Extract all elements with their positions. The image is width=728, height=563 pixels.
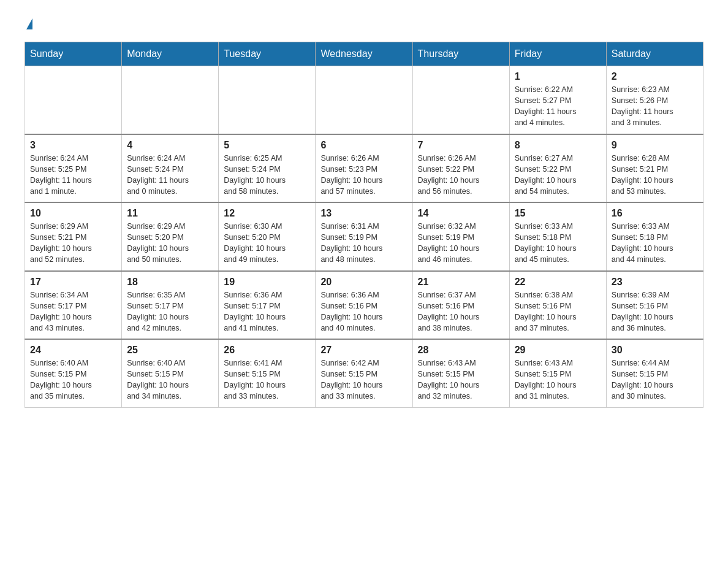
day-number: 6: [320, 140, 407, 151]
day-info: Sunrise: 6:23 AMSunset: 5:26 PMDaylight:…: [612, 84, 698, 129]
calendar-table: SundayMondayTuesdayWednesdayThursdayFrid…: [25, 42, 703, 408]
day-info: Sunrise: 6:32 AMSunset: 5:19 PMDaylight:…: [418, 221, 504, 266]
logo-triangle-icon: [26, 18, 32, 29]
calendar-cell: 22Sunrise: 6:38 AMSunset: 5:16 PMDayligh…: [509, 271, 606, 340]
day-info: Sunrise: 6:36 AMSunset: 5:17 PMDaylight:…: [224, 289, 310, 334]
day-info: Sunrise: 6:40 AMSunset: 5:15 PMDaylight:…: [127, 358, 213, 402]
calendar-cell: 14Sunrise: 6:32 AMSunset: 5:19 PMDayligh…: [412, 202, 509, 271]
day-number: 24: [30, 345, 116, 356]
day-info: Sunrise: 6:39 AMSunset: 5:16 PMDaylight:…: [612, 289, 698, 334]
day-info: Sunrise: 6:27 AMSunset: 5:22 PMDaylight:…: [515, 153, 601, 197]
weekday-header-monday: Monday: [122, 42, 219, 66]
calendar-cell: [219, 66, 316, 134]
weekday-header-tuesday: Tuesday: [219, 42, 316, 66]
day-number: 7: [418, 140, 504, 151]
day-number: 10: [30, 208, 116, 219]
calendar-week-row: 3Sunrise: 6:24 AMSunset: 5:25 PMDaylight…: [25, 134, 703, 203]
calendar-cell: 6Sunrise: 6:26 AMSunset: 5:23 PMDaylight…: [316, 134, 412, 203]
calendar-cell: 12Sunrise: 6:30 AMSunset: 5:20 PMDayligh…: [219, 202, 316, 271]
day-number: 18: [127, 277, 213, 288]
day-number: 13: [320, 208, 407, 219]
calendar-cell: 29Sunrise: 6:43 AMSunset: 5:15 PMDayligh…: [509, 339, 606, 407]
day-info: Sunrise: 6:28 AMSunset: 5:21 PMDaylight:…: [612, 153, 698, 197]
calendar-cell: [122, 66, 219, 134]
weekday-header-saturday: Saturday: [606, 42, 703, 66]
day-number: 8: [515, 140, 601, 151]
calendar-cell: 9Sunrise: 6:28 AMSunset: 5:21 PMDaylight…: [606, 134, 703, 203]
calendar-cell: 18Sunrise: 6:35 AMSunset: 5:17 PMDayligh…: [122, 271, 219, 340]
calendar-cell: 8Sunrise: 6:27 AMSunset: 5:22 PMDaylight…: [509, 134, 606, 203]
day-number: 9: [612, 140, 698, 151]
calendar-cell: [412, 66, 509, 134]
day-number: 14: [418, 208, 504, 219]
day-number: 19: [224, 277, 310, 288]
day-info: Sunrise: 6:38 AMSunset: 5:16 PMDaylight:…: [515, 289, 601, 334]
calendar-cell: 15Sunrise: 6:33 AMSunset: 5:18 PMDayligh…: [509, 202, 606, 271]
day-number: 17: [30, 277, 116, 288]
day-number: 26: [224, 345, 310, 356]
calendar-cell: 27Sunrise: 6:42 AMSunset: 5:15 PMDayligh…: [316, 339, 412, 407]
day-info: Sunrise: 6:33 AMSunset: 5:18 PMDaylight:…: [515, 221, 601, 266]
calendar-cell: 3Sunrise: 6:24 AMSunset: 5:25 PMDaylight…: [25, 134, 122, 203]
day-number: 21: [418, 277, 504, 288]
calendar-cell: 4Sunrise: 6:24 AMSunset: 5:24 PMDaylight…: [122, 134, 219, 203]
calendar-week-row: 24Sunrise: 6:40 AMSunset: 5:15 PMDayligh…: [25, 339, 703, 407]
calendar-cell: [25, 66, 122, 134]
calendar-cell: 7Sunrise: 6:26 AMSunset: 5:22 PMDaylight…: [412, 134, 509, 203]
calendar-cell: 21Sunrise: 6:37 AMSunset: 5:16 PMDayligh…: [412, 271, 509, 340]
weekday-header-row: SundayMondayTuesdayWednesdayThursdayFrid…: [25, 42, 703, 66]
logo: [25, 18, 32, 29]
page-header: [25, 18, 703, 29]
weekday-header-thursday: Thursday: [412, 42, 509, 66]
day-info: Sunrise: 6:43 AMSunset: 5:15 PMDaylight:…: [418, 358, 504, 402]
day-info: Sunrise: 6:36 AMSunset: 5:16 PMDaylight:…: [320, 289, 407, 334]
day-info: Sunrise: 6:25 AMSunset: 5:24 PMDaylight:…: [224, 153, 310, 197]
day-info: Sunrise: 6:44 AMSunset: 5:15 PMDaylight:…: [612, 358, 698, 402]
day-info: Sunrise: 6:26 AMSunset: 5:22 PMDaylight:…: [418, 153, 504, 197]
day-info: Sunrise: 6:29 AMSunset: 5:21 PMDaylight:…: [30, 221, 116, 266]
day-info: Sunrise: 6:24 AMSunset: 5:24 PMDaylight:…: [127, 153, 213, 197]
calendar-cell: 10Sunrise: 6:29 AMSunset: 5:21 PMDayligh…: [25, 202, 122, 271]
day-number: 4: [127, 140, 213, 151]
day-number: 29: [515, 345, 601, 356]
calendar-cell: 16Sunrise: 6:33 AMSunset: 5:18 PMDayligh…: [606, 202, 703, 271]
day-number: 30: [612, 345, 698, 356]
day-info: Sunrise: 6:37 AMSunset: 5:16 PMDaylight:…: [418, 289, 504, 334]
calendar-cell: 25Sunrise: 6:40 AMSunset: 5:15 PMDayligh…: [122, 339, 219, 407]
day-info: Sunrise: 6:31 AMSunset: 5:19 PMDaylight:…: [320, 221, 407, 266]
day-info: Sunrise: 6:30 AMSunset: 5:20 PMDaylight:…: [224, 221, 310, 266]
day-number: 2: [612, 71, 698, 82]
calendar-week-row: 1Sunrise: 6:22 AMSunset: 5:27 PMDaylight…: [25, 66, 703, 134]
day-number: 27: [320, 345, 407, 356]
calendar-cell: 17Sunrise: 6:34 AMSunset: 5:17 PMDayligh…: [25, 271, 122, 340]
day-info: Sunrise: 6:34 AMSunset: 5:17 PMDaylight:…: [30, 289, 116, 334]
day-info: Sunrise: 6:40 AMSunset: 5:15 PMDaylight:…: [30, 358, 116, 402]
calendar-cell: 19Sunrise: 6:36 AMSunset: 5:17 PMDayligh…: [219, 271, 316, 340]
calendar-week-row: 10Sunrise: 6:29 AMSunset: 5:21 PMDayligh…: [25, 202, 703, 271]
day-number: 20: [320, 277, 407, 288]
day-info: Sunrise: 6:26 AMSunset: 5:23 PMDaylight:…: [320, 153, 407, 197]
calendar-cell: 5Sunrise: 6:25 AMSunset: 5:24 PMDaylight…: [219, 134, 316, 203]
day-number: 5: [224, 140, 310, 151]
calendar-cell: 30Sunrise: 6:44 AMSunset: 5:15 PMDayligh…: [606, 339, 703, 407]
weekday-header-wednesday: Wednesday: [316, 42, 412, 66]
day-number: 22: [515, 277, 601, 288]
calendar-cell: 13Sunrise: 6:31 AMSunset: 5:19 PMDayligh…: [316, 202, 412, 271]
calendar-cell: 2Sunrise: 6:23 AMSunset: 5:26 PMDaylight…: [606, 66, 703, 134]
day-info: Sunrise: 6:33 AMSunset: 5:18 PMDaylight:…: [612, 221, 698, 266]
day-info: Sunrise: 6:35 AMSunset: 5:17 PMDaylight:…: [127, 289, 213, 334]
day-number: 25: [127, 345, 213, 356]
day-number: 28: [418, 345, 504, 356]
calendar-cell: 23Sunrise: 6:39 AMSunset: 5:16 PMDayligh…: [606, 271, 703, 340]
day-info: Sunrise: 6:29 AMSunset: 5:20 PMDaylight:…: [127, 221, 213, 266]
calendar-cell: 26Sunrise: 6:41 AMSunset: 5:15 PMDayligh…: [219, 339, 316, 407]
day-info: Sunrise: 6:42 AMSunset: 5:15 PMDaylight:…: [320, 358, 407, 402]
calendar-week-row: 17Sunrise: 6:34 AMSunset: 5:17 PMDayligh…: [25, 271, 703, 340]
weekday-header-friday: Friday: [509, 42, 606, 66]
day-number: 23: [612, 277, 698, 288]
day-info: Sunrise: 6:22 AMSunset: 5:27 PMDaylight:…: [515, 84, 601, 129]
day-number: 11: [127, 208, 213, 219]
calendar-cell: [316, 66, 412, 134]
day-number: 3: [30, 140, 116, 151]
day-info: Sunrise: 6:43 AMSunset: 5:15 PMDaylight:…: [515, 358, 601, 402]
